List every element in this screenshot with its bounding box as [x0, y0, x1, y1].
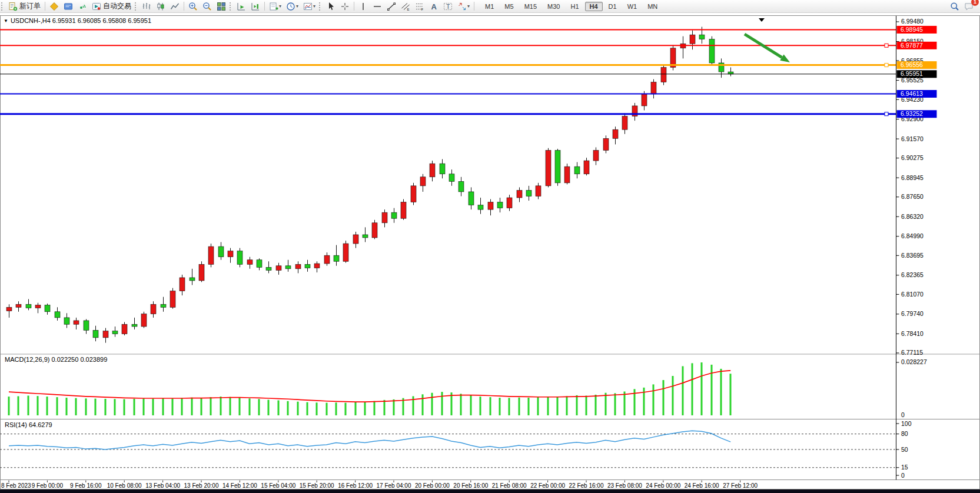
timeframe-mn[interactable]: MN	[643, 2, 662, 11]
macd-bar	[258, 399, 260, 415]
toolbar-grip[interactable]	[1, 2, 4, 11]
candle	[613, 129, 618, 138]
macd-bar	[605, 393, 607, 415]
date-label: 13 Feb 04:00	[145, 482, 180, 489]
macd-bar	[566, 396, 568, 415]
timeframe-w1[interactable]: W1	[623, 2, 642, 11]
text-button[interactable]: A	[427, 1, 440, 12]
timeframe-d1[interactable]: D1	[604, 2, 622, 11]
candle	[555, 150, 560, 182]
candlestick-chart-button[interactable]	[154, 1, 167, 12]
new-chart-button[interactable]: ▾	[267, 1, 283, 12]
macd-bar	[692, 363, 693, 415]
horizontal-line-icon	[373, 2, 382, 11]
toolbar-separator	[264, 2, 265, 11]
price-tick-label: 6.78410	[901, 330, 923, 337]
toolbar-grip[interactable]	[230, 2, 232, 11]
macd-bar	[66, 398, 68, 415]
bar-chart-icon	[142, 2, 151, 11]
candle	[391, 212, 397, 218]
candle	[228, 251, 233, 257]
date-label: 22 Feb 16:00	[569, 482, 604, 489]
crosshair-button[interactable]	[338, 1, 351, 12]
metaeditor-button[interactable]	[62, 1, 75, 12]
line-chart-button[interactable]	[168, 1, 181, 12]
horizontal-line-button[interactable]	[371, 1, 384, 12]
date-label: 10 Feb 08:00	[107, 482, 142, 489]
macd-bar	[672, 376, 674, 415]
crosshair-icon	[340, 2, 350, 11]
channel-button[interactable]: E	[399, 1, 412, 12]
chart-canvas[interactable]: 6.994806.981506.968556.955256.942306.929…	[0, 15, 980, 489]
price-tick-label: 6.81070	[901, 291, 923, 298]
arrows-button[interactable]: ▾	[456, 1, 471, 12]
template-button[interactable]: ▾	[301, 1, 317, 12]
price-line-label: 6.93252	[901, 110, 923, 117]
autotrading-button[interactable]: 自动交易	[90, 1, 133, 12]
date-label: 20 Feb 16:00	[453, 482, 488, 489]
price-line-handle[interactable]	[885, 64, 888, 67]
new-order-button[interactable]: 新订单	[6, 1, 42, 12]
text-label-button[interactable]: T	[441, 1, 454, 12]
tile-windows-button[interactable]	[215, 1, 228, 12]
candle	[55, 312, 60, 318]
timeframe-m30[interactable]: M30	[543, 2, 564, 11]
taskbar-strip	[0, 489, 980, 493]
zoom-in-button[interactable]	[187, 1, 200, 12]
rsi-axis-label: 80	[901, 430, 908, 437]
candle	[430, 164, 435, 177]
timeframe-m5[interactable]: M5	[500, 2, 518, 11]
candle	[276, 266, 281, 271]
vertical-line-button[interactable]	[357, 1, 370, 12]
candle	[314, 264, 320, 268]
toolbar-grip[interactable]	[135, 2, 137, 11]
macd-bar	[172, 398, 174, 415]
candle	[420, 177, 426, 186]
date-label: 15 Feb 04:00	[261, 482, 295, 489]
timeframe-h4[interactable]: H4	[585, 2, 603, 11]
candle	[661, 68, 666, 82]
candle	[218, 246, 224, 257]
timeframe-m15[interactable]: M15	[520, 2, 542, 11]
timeframe-m1[interactable]: M1	[480, 2, 499, 11]
macd-bar	[37, 396, 39, 415]
candle	[353, 235, 358, 244]
signals-button[interactable]	[76, 1, 89, 12]
price-line-handle[interactable]	[885, 44, 888, 47]
candle	[16, 304, 21, 307]
price-line-label: 6.95951	[901, 70, 923, 77]
date-label: 22 Feb 00:00	[530, 482, 565, 489]
fibonacci-button[interactable]: F	[413, 1, 426, 12]
macd-bar	[509, 398, 510, 415]
macd-axis-min: 0	[901, 411, 905, 418]
candle	[180, 278, 185, 291]
trendline-button[interactable]	[385, 1, 398, 12]
chart-menu-arrow-icon[interactable]: ▼	[4, 18, 8, 24]
period-button[interactable]: ▾	[284, 1, 300, 12]
fibonacci-icon: F	[415, 2, 424, 11]
chart-shift-marker[interactable]	[759, 18, 765, 22]
auto-scroll-button[interactable]	[235, 1, 248, 12]
chart-shift-button[interactable]	[249, 1, 262, 12]
price-line-handle[interactable]	[885, 112, 888, 116]
bar-chart-button[interactable]	[140, 1, 153, 12]
candle	[526, 190, 531, 196]
macd-bar	[711, 365, 713, 415]
chart-window-border	[1, 16, 980, 489]
main-toolbar: 新订单 自动交易 ▾ ▾ ▾	[0, 0, 980, 13]
chat-button[interactable]: 1	[962, 1, 975, 12]
mql5-button[interactable]	[48, 1, 61, 12]
zoom-in-icon	[188, 2, 198, 11]
macd-bar	[586, 396, 587, 415]
zoom-out-button[interactable]	[201, 1, 214, 12]
search-button[interactable]	[948, 1, 961, 12]
new-chart-icon	[269, 2, 278, 11]
toolbar-grip[interactable]	[319, 2, 321, 11]
timeframe-h1[interactable]: H1	[566, 2, 583, 11]
timeframe-toolbar: M1M5M15M30H1H4D1W1MN	[480, 2, 663, 11]
macd-bar	[374, 401, 376, 415]
autotrading-label: 自动交易	[103, 1, 131, 11]
price-tick-label: 6.82365	[901, 271, 923, 278]
chart-shift-icon	[251, 2, 260, 11]
cursor-button[interactable]	[324, 1, 337, 12]
